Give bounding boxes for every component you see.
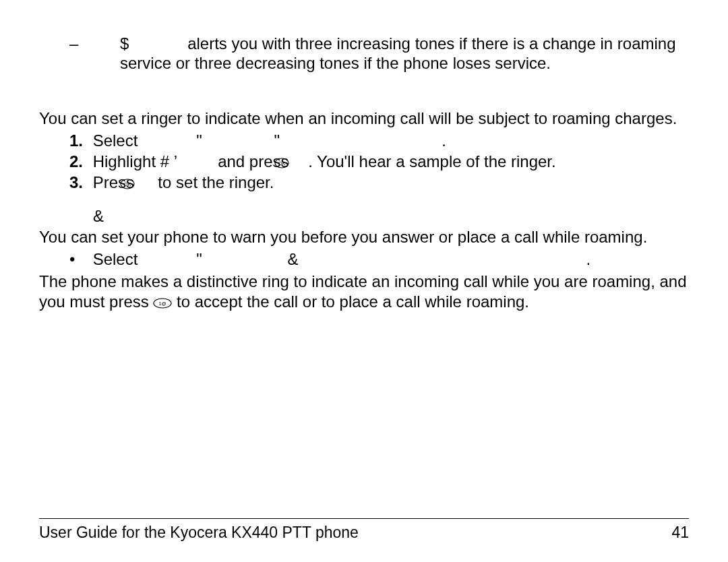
step-1-text: Select bbox=[93, 131, 142, 150]
warn-after-b: to accept the call or to place a call wh… bbox=[172, 292, 529, 311]
warn-bullet: Select aaaaaa"aaaaaaaaa &aaaaaaaaaaaaaaa… bbox=[69, 249, 689, 269]
step-1: Select aaaaaa"aaaaaaaa"aaaaaaaaaaaaaaaaa… bbox=[69, 131, 689, 150]
svg-text:1@: 1@ bbox=[159, 301, 166, 306]
step-2-text-c: . You'll hear a sample of the ringer. bbox=[308, 152, 556, 170]
ringer-intro: You can set a ringer to indicate when an… bbox=[39, 108, 689, 128]
page: –$aaaaaa alerts you with three increasin… bbox=[0, 0, 728, 562]
step-1-quote1: " bbox=[196, 131, 202, 150]
step-2: Highlight # ’aaaa and press OK. You'll h… bbox=[69, 152, 689, 171]
dash-marker: – bbox=[69, 34, 120, 53]
warn-bullet-list: Select aaaaaa"aaaaaaaaa &aaaaaaaaaaaaaaa… bbox=[39, 249, 689, 269]
roam-tone-option: –$aaaaaa alerts you with three increasin… bbox=[69, 34, 689, 73]
ringer-steps: Select aaaaaa"aaaaaaaa"aaaaaaaaaaaaaaaaa… bbox=[39, 131, 689, 193]
page-footer: User Guide for the Kyocera KX440 PTT pho… bbox=[39, 518, 689, 542]
step-1-end: . bbox=[442, 131, 446, 150]
footer-rule bbox=[39, 518, 689, 519]
warn-bullet-quote: " bbox=[196, 250, 202, 268]
step-1-quote2: " bbox=[274, 131, 280, 150]
svg-text:OK: OK bbox=[278, 161, 285, 166]
ok-icon: OK bbox=[293, 153, 308, 164]
page-number: 41 bbox=[671, 523, 689, 542]
warn-bullet-a: Select bbox=[93, 250, 142, 268]
option-lead-symbol: $ bbox=[120, 34, 129, 53]
step-3-text-b: to set the ringer. bbox=[154, 173, 274, 191]
warn-intro: You can set your phone to warn you befor… bbox=[39, 227, 689, 247]
step-3: Press OK to set the ringer. bbox=[69, 173, 689, 192]
warn-bullet-amp: & bbox=[287, 250, 298, 268]
option-text: alerts you with three increasing tones i… bbox=[120, 34, 676, 72]
warn-bullet-end: . bbox=[586, 250, 591, 268]
warn-after: The phone makes a distinctive ring to in… bbox=[39, 272, 689, 311]
ok-icon: OK bbox=[139, 174, 154, 185]
heading-symbol: & bbox=[93, 207, 104, 225]
footer-title: User Guide for the Kyocera KX440 PTT pho… bbox=[39, 523, 359, 542]
call-guard-heading: & bbox=[93, 206, 689, 226]
step-2-text-a: Highlight # ’ bbox=[93, 152, 177, 170]
svg-text:OK: OK bbox=[124, 182, 131, 187]
key-1-icon: 1@ bbox=[153, 293, 172, 304]
